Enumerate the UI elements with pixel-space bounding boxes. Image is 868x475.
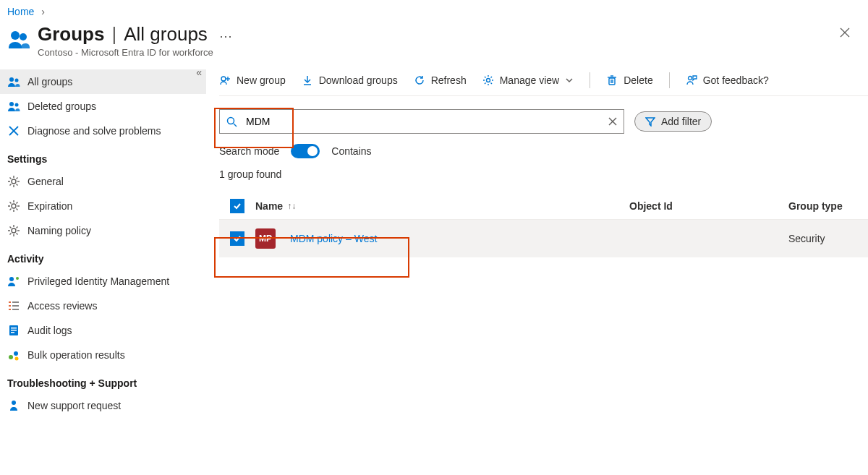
add-filter-button[interactable]: Add filter <box>634 111 712 132</box>
svg-point-10 <box>12 179 16 184</box>
close-button[interactable] <box>835 26 855 39</box>
sidebar-item-label: Access reviews <box>27 300 97 312</box>
person-feedback-icon <box>686 74 697 86</box>
table-header: Name ↑↓ Object Id Group type <box>219 199 868 220</box>
sidebar-item-label: New support request <box>27 400 121 411</box>
sidebar-item-label: Naming policy <box>27 225 91 236</box>
download-groups-button[interactable]: Download groups <box>302 74 398 86</box>
group-avatar: MP <box>255 228 276 249</box>
group-name-link[interactable]: MDM policy – West <box>290 233 377 244</box>
manage-view-button[interactable]: Manage view <box>482 74 574 86</box>
identity-icon <box>7 275 20 288</box>
separator <box>590 72 590 88</box>
delete-button[interactable]: Delete <box>606 74 652 86</box>
more-menu[interactable]: ⋯ <box>219 28 232 44</box>
add-group-icon <box>219 74 231 86</box>
new-group-button[interactable]: New group <box>219 74 286 86</box>
svg-point-5 <box>15 79 19 82</box>
svg-line-42 <box>234 124 237 127</box>
svg-rect-23 <box>11 330 17 331</box>
svg-point-29 <box>221 77 226 81</box>
refresh-icon <box>414 74 425 86</box>
sidebar-item-label: Expiration <box>27 200 72 212</box>
collapse-sidebar-icon[interactable]: « <box>196 67 202 78</box>
svg-point-14 <box>16 277 19 280</box>
sidebar-item-label: Deleted groups <box>27 100 96 112</box>
sidebar-item-label: General <box>27 176 64 187</box>
svg-point-25 <box>9 355 13 359</box>
column-header-name[interactable]: Name ↑↓ <box>255 200 629 212</box>
sidebar-item-audit-logs[interactable]: Audit logs <box>0 318 206 343</box>
row-group-type: Security <box>788 233 868 244</box>
svg-point-11 <box>12 204 16 208</box>
page-title: Groups | All groups ⋯ <box>38 23 861 46</box>
trash-icon <box>606 74 618 86</box>
sidebar: « All groups Deleted groups Diagnose and… <box>0 67 206 418</box>
main-content: New group Download groups Refresh <box>206 67 868 257</box>
sidebar-item-diagnose[interactable]: Diagnose and solve problems <box>0 119 206 143</box>
breadcrumb-home[interactable]: Home <box>7 6 34 17</box>
groups-icon <box>7 27 30 51</box>
svg-point-27 <box>15 357 19 361</box>
svg-point-0 <box>11 31 20 40</box>
breadcrumb: Home › <box>0 0 868 20</box>
feedback-button[interactable]: Got feedback? <box>686 74 769 86</box>
sidebar-item-expiration[interactable]: Expiration <box>0 194 206 218</box>
chevron-down-icon <box>565 76 574 85</box>
clear-search-icon[interactable] <box>608 116 618 127</box>
search-icon <box>226 116 237 127</box>
sidebar-heading-support: Troubleshooting + Support <box>0 367 206 393</box>
sidebar-item-label: All groups <box>27 76 72 87</box>
page-header: Groups | All groups ⋯ Contoso - Microsof… <box>0 20 868 67</box>
column-header-group-type[interactable]: Group type <box>788 200 868 212</box>
sidebar-item-all-groups[interactable]: All groups <box>0 69 206 94</box>
sidebar-item-label: Bulk operation results <box>27 349 125 361</box>
svg-point-4 <box>9 77 14 82</box>
select-all-checkbox[interactable] <box>230 199 244 213</box>
groups-icon <box>7 100 20 113</box>
svg-rect-24 <box>11 332 14 333</box>
sidebar-item-pim[interactable]: Privileged Identity Management <box>0 269 206 294</box>
svg-point-1 <box>20 33 27 40</box>
search-input[interactable] <box>244 115 600 128</box>
svg-point-12 <box>12 228 16 233</box>
separator <box>669 72 670 88</box>
search-mode-value: Contains <box>331 145 371 157</box>
gear-icon <box>482 74 494 86</box>
svg-point-28 <box>12 401 16 405</box>
sort-icon: ↑↓ <box>287 201 296 211</box>
sidebar-item-new-support[interactable]: New support request <box>0 393 206 418</box>
row-checkbox[interactable] <box>230 231 244 246</box>
sidebar-item-label: Diagnose and solve problems <box>27 125 161 137</box>
svg-point-40 <box>688 77 692 80</box>
groups-icon <box>7 75 20 88</box>
svg-point-13 <box>9 277 14 281</box>
bulk-icon <box>7 348 20 361</box>
result-count: 1 group found <box>219 168 868 180</box>
svg-point-34 <box>486 79 490 82</box>
search-mode-toggle[interactable] <box>291 144 320 158</box>
table-row[interactable]: MP MDM policy – West Security <box>219 220 868 257</box>
column-header-object-id[interactable]: Object Id <box>629 200 788 212</box>
svg-point-7 <box>15 103 19 107</box>
sidebar-item-naming-policy[interactable]: Naming policy <box>0 218 206 243</box>
svg-point-41 <box>228 118 234 124</box>
sidebar-item-access-reviews[interactable]: Access reviews <box>0 294 206 318</box>
sidebar-heading-settings: Settings <box>0 143 206 169</box>
download-icon <box>302 74 313 86</box>
diagnose-icon <box>7 124 20 137</box>
sidebar-item-label: Privileged Identity Management <box>27 275 169 287</box>
sidebar-item-bulk-results[interactable]: Bulk operation results <box>0 343 206 367</box>
sidebar-item-general[interactable]: General <box>0 169 206 194</box>
svg-rect-35 <box>609 78 615 85</box>
gear-icon <box>7 200 20 213</box>
command-bar: New group Download groups Refresh <box>219 67 868 96</box>
sidebar-item-deleted-groups[interactable]: Deleted groups <box>0 94 206 119</box>
search-box[interactable] <box>219 109 624 134</box>
chevron-right-icon: › <box>37 6 49 17</box>
search-mode-label: Search mode <box>219 145 279 157</box>
svg-point-6 <box>9 102 14 106</box>
sidebar-heading-activity: Activity <box>0 243 206 269</box>
list-check-icon <box>7 299 20 312</box>
refresh-button[interactable]: Refresh <box>414 74 467 86</box>
